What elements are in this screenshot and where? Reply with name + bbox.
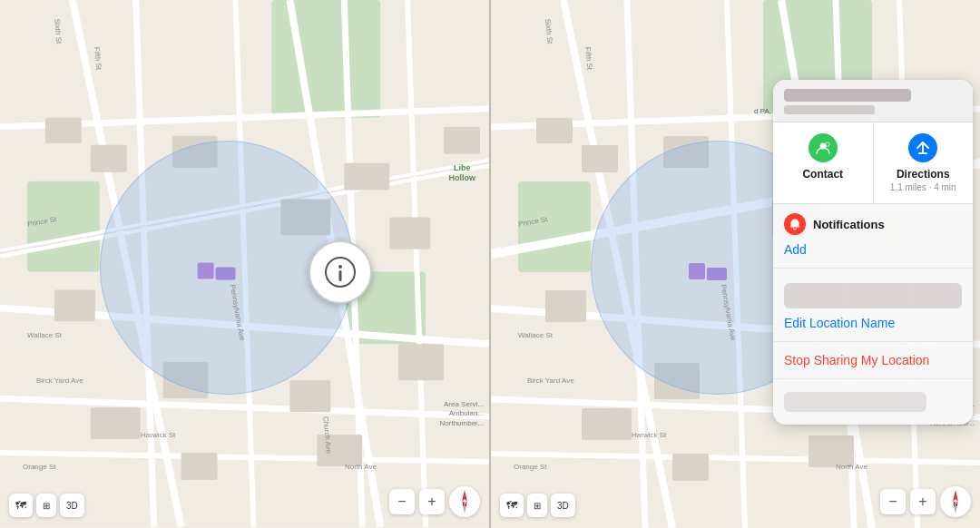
svg-rect-66 bbox=[672, 454, 709, 481]
map-icon: 🗺 bbox=[15, 499, 26, 512]
right-zoom-minus[interactable]: − bbox=[880, 489, 906, 514]
popup-bottom-section bbox=[773, 379, 973, 425]
svg-rect-1 bbox=[271, 0, 380, 118]
svg-rect-21 bbox=[344, 163, 389, 191]
svg-rect-26 bbox=[398, 344, 444, 380]
map-controls-left: 🗺 ⊞ 3D bbox=[9, 494, 84, 517]
popup-actions-row: Contact Directions 1.1 miles · 4 min bbox=[773, 122, 973, 204]
location-name-blurred bbox=[784, 283, 962, 308]
stop-sharing-button[interactable]: Stop Sharing My Location bbox=[784, 351, 929, 369]
svg-rect-20 bbox=[54, 289, 95, 321]
svg-rect-18 bbox=[91, 145, 127, 172]
svg-text:N: N bbox=[953, 501, 957, 507]
svg-rect-22 bbox=[389, 218, 430, 249]
contact-icon-circle bbox=[808, 133, 838, 162]
svg-rect-55 bbox=[582, 145, 618, 172]
3d-label: 3D bbox=[66, 501, 78, 511]
directions-sublabel: 1.1 miles · 4 min bbox=[890, 182, 956, 192]
notifications-row: Notifications bbox=[784, 213, 962, 235]
info-button[interactable] bbox=[309, 240, 372, 304]
right-zoom-plus[interactable]: + bbox=[910, 489, 936, 514]
right-3d-button[interactable]: 3D bbox=[551, 494, 575, 517]
svg-rect-27 bbox=[45, 118, 82, 143]
notifications-icon-circle bbox=[784, 213, 806, 235]
right-map-view-button[interactable]: ⊞ bbox=[527, 494, 547, 517]
svg-rect-28 bbox=[444, 127, 480, 154]
right-map-controls-left: 🗺 ⊞ 3D bbox=[500, 494, 575, 517]
right-map-view-icon: ⊞ bbox=[534, 501, 541, 511]
right-map-icon: 🗺 bbox=[506, 499, 517, 512]
zoom-minus-button[interactable]: − bbox=[389, 489, 415, 514]
directions-label: Directions bbox=[897, 168, 950, 181]
right-compass-rose[interactable]: N bbox=[940, 486, 971, 517]
3d-button[interactable]: 3D bbox=[60, 494, 84, 517]
directions-button[interactable]: Directions 1.1 miles · 4 min bbox=[874, 122, 974, 203]
svg-rect-41 bbox=[518, 181, 591, 272]
map-type-button[interactable]: 🗺 bbox=[9, 494, 33, 517]
map-view-icon: ⊞ bbox=[43, 501, 50, 511]
right-map-controls-right: − + N bbox=[880, 486, 971, 517]
popup-name-blurred bbox=[784, 89, 911, 102]
svg-rect-64 bbox=[536, 118, 573, 143]
right-3d-label: 3D bbox=[557, 501, 569, 511]
svg-rect-57 bbox=[545, 290, 586, 322]
svg-rect-65 bbox=[808, 435, 854, 467]
right-map-panel: Prince St Fifth St Sixth St Wallace St P… bbox=[491, 0, 980, 528]
svg-rect-29 bbox=[317, 435, 362, 466]
notifications-title: Notifications bbox=[813, 218, 885, 231]
map-controls-right: − + N bbox=[389, 486, 480, 517]
svg-rect-25 bbox=[91, 407, 141, 439]
right-map-type-button[interactable]: 🗺 bbox=[500, 494, 524, 517]
left-map-panel: Prince St Fifth St Sixth St Wallace St P… bbox=[0, 0, 489, 528]
popup-sub-blurred bbox=[784, 105, 875, 114]
notifications-section: Notifications Add bbox=[773, 204, 973, 269]
popup-header bbox=[773, 80, 973, 122]
svg-text:N: N bbox=[462, 501, 466, 507]
stop-sharing-section: Stop Sharing My Location bbox=[773, 342, 973, 379]
directions-icon-circle bbox=[908, 133, 937, 162]
contact-label: Contact bbox=[802, 168, 843, 181]
bottom-blurred-bar bbox=[784, 392, 926, 412]
svg-point-34 bbox=[338, 265, 342, 269]
edit-location-name-button[interactable]: Edit Location Name bbox=[784, 314, 895, 332]
map-view-button[interactable]: ⊞ bbox=[36, 494, 56, 517]
contact-button[interactable]: Contact bbox=[773, 122, 874, 203]
svg-rect-30 bbox=[181, 453, 218, 480]
svg-rect-2 bbox=[27, 181, 100, 272]
compass-rose[interactable]: N bbox=[449, 486, 480, 517]
svg-rect-35 bbox=[339, 270, 342, 281]
zoom-plus-button[interactable]: + bbox=[419, 489, 445, 514]
add-notification-button[interactable]: Add bbox=[784, 240, 807, 259]
svg-rect-24 bbox=[289, 380, 330, 412]
svg-rect-62 bbox=[582, 408, 632, 440]
location-popup-card: Contact Directions 1.1 miles · 4 min bbox=[773, 80, 973, 425]
location-name-section: Edit Location Name bbox=[773, 269, 973, 342]
